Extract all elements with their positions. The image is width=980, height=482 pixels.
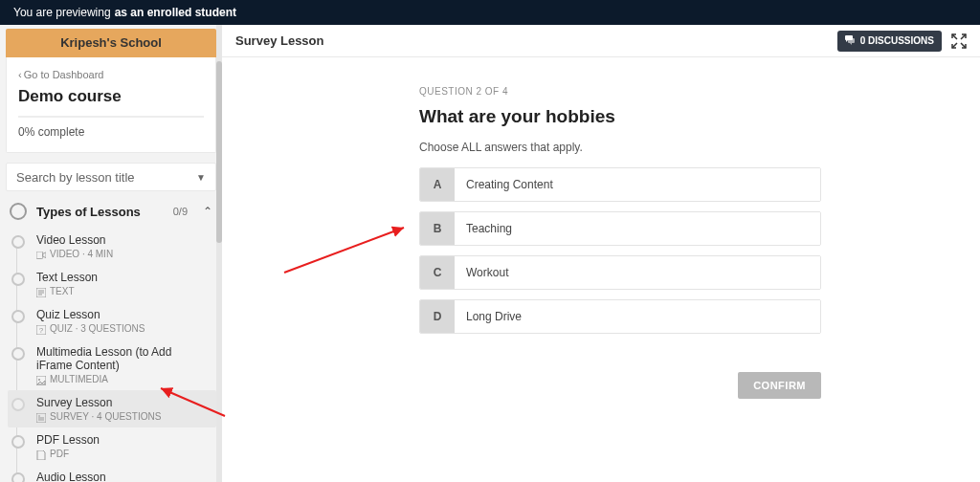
option-d[interactable]: D Long Drive [419, 299, 821, 334]
school-header[interactable]: Kripesh's School [6, 29, 216, 57]
discussions-label: 0 DISCUSSIONS [860, 35, 934, 46]
progress-label: 0% complete [18, 125, 204, 139]
lesson-meta: PDF [50, 449, 69, 459]
section-title: Types of Lessons [36, 205, 164, 219]
option-letter: A [420, 168, 455, 201]
preview-bar: You are previewing as an enrolled studen… [0, 0, 980, 25]
option-text: Long Drive [455, 300, 820, 333]
lesson-name: Multimedia Lesson (to Add iFrame Content… [36, 345, 211, 372]
lesson-item-survey[interactable]: Survey Lesson SURVEY · 4 QUESTIONS [8, 390, 216, 427]
confirm-button[interactable]: CONFIRM [738, 372, 821, 399]
course-card: ‹ Go to Dashboard Demo course 0% complet… [6, 57, 216, 153]
lesson-meta: QUIZ · 3 QUESTIONS [50, 323, 145, 334]
option-text: Workout [455, 256, 820, 289]
option-letter: C [420, 256, 455, 289]
comments-icon [845, 35, 856, 47]
main: Survey Lesson 0 DISCUSSIONS QUESTION 2 O… [222, 25, 980, 482]
lesson-name: Video Lesson [36, 233, 211, 247]
lesson-name: Text Lesson [36, 271, 211, 284]
section-count: 0/9 [173, 206, 188, 217]
option-letter: B [420, 212, 455, 245]
progress-bullet [11, 435, 25, 449]
go-to-dashboard-link[interactable]: ‹ Go to Dashboard [18, 69, 103, 80]
lesson-name: Quiz Lesson [36, 308, 211, 321]
option-text: Creating Content [455, 168, 820, 201]
main-header-title: Survey Lesson [235, 33, 828, 48]
lesson-item-quiz[interactable]: Quiz Lesson ?QUIZ · 3 QUESTIONS [8, 302, 216, 340]
progress-bullet [11, 235, 25, 249]
multimedia-icon [36, 376, 46, 383]
preview-prefix: You are previewing [13, 6, 111, 19]
text-icon [36, 288, 46, 296]
lesson-meta: MULTIMEDIA [50, 374, 108, 384]
discussions-button[interactable]: 0 DISCUSSIONS [837, 31, 942, 52]
lesson-item-video[interactable]: Video Lesson VIDEO · 4 MIN [8, 228, 216, 265]
search-placeholder: Search by lesson title [16, 170, 135, 185]
option-b[interactable]: B Teaching [419, 211, 821, 246]
go-to-dashboard-label: Go to Dashboard [24, 69, 104, 80]
quiz-icon: ? [36, 325, 46, 333]
fullscreen-icon [951, 33, 967, 49]
lesson-item-pdf[interactable]: PDF Lesson PDF [8, 427, 216, 465]
svg-text:?: ? [39, 326, 44, 335]
annotation-arrow [279, 220, 413, 280]
sidebar: Kripesh's School ‹ Go to Dashboard Demo … [0, 25, 222, 482]
caret-down-icon: ▼ [196, 172, 206, 183]
survey-icon [36, 413, 46, 421]
lesson-name: Audio Lesson [36, 471, 211, 482]
option-letter: D [420, 300, 455, 333]
main-header: Survey Lesson 0 DISCUSSIONS [222, 25, 980, 57]
lesson-name: PDF Lesson [36, 433, 211, 447]
lesson-item-audio[interactable]: Audio Lesson AUDIO [8, 465, 216, 482]
pdf-icon [36, 450, 46, 458]
preview-role: as an enrolled student [115, 6, 236, 19]
lesson-meta: SURVEY · 4 QUESTIONS [50, 411, 161, 422]
option-text: Teaching [455, 212, 820, 245]
video-icon [36, 251, 46, 258]
progress-bullet [11, 347, 25, 361]
svg-line-13 [284, 228, 404, 273]
lesson-name: Survey Lesson [36, 396, 211, 409]
lesson-item-text[interactable]: Text Lesson TEXT [8, 265, 216, 302]
chevron-up-icon: ⌃ [203, 205, 212, 218]
main-body: QUESTION 2 OF 4 What are your hobbies Ch… [222, 57, 980, 482]
options-list: A Creating Content B Teaching C Workout … [419, 167, 821, 334]
progress-bullet [11, 273, 25, 286]
lesson-meta: VIDEO · 4 MIN [50, 249, 113, 259]
lesson-item-multimedia[interactable]: Multimedia Lesson (to Add iFrame Content… [8, 340, 216, 390]
progress-bullet [11, 472, 25, 482]
question-instruction: Choose ALL answers that apply. [419, 141, 821, 154]
progress-bullet [11, 398, 25, 411]
question-progress: QUESTION 2 OF 4 [419, 86, 821, 97]
chevron-left-icon: ‹ [18, 69, 22, 80]
search-lessons-dropdown[interactable]: Search by lesson title ▼ [6, 163, 216, 191]
course-title: Demo course [18, 87, 204, 106]
question-container: QUESTION 2 OF 4 What are your hobbies Ch… [419, 86, 821, 399]
section-progress-icon [10, 203, 27, 220]
lesson-list: Video Lesson VIDEO · 4 MIN Text Lesson T… [6, 228, 216, 482]
section-header[interactable]: Types of Lessons 0/9 ⌃ [6, 191, 216, 228]
lesson-meta: TEXT [50, 286, 75, 296]
divider [18, 116, 204, 118]
progress-bullet [11, 310, 25, 323]
fullscreen-button[interactable] [951, 33, 967, 49]
svg-rect-0 [36, 252, 43, 259]
option-c[interactable]: C Workout [419, 255, 821, 290]
option-a[interactable]: A Creating Content [419, 167, 821, 202]
question-title: What are your hobbies [419, 106, 821, 127]
svg-point-8 [38, 379, 40, 381]
